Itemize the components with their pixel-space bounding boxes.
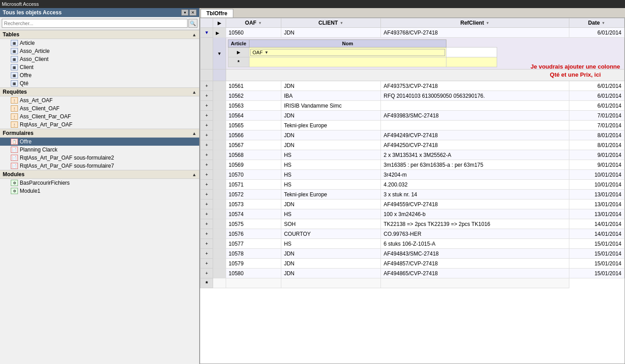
query-icon: ⋮ <box>11 97 18 104</box>
new-record-cell[interactable] <box>381 278 569 288</box>
table-row[interactable]: +10564JDNAF493983/SMC-274187/01/2014 <box>201 111 625 121</box>
table-row[interactable]: +10579JDNAF494857/CVP-2741815/01/2014 <box>201 259 625 269</box>
subform-table: ArticleNom▶OAF▼* <box>228 39 497 67</box>
refclient-sort-icon: ▼ <box>486 21 490 25</box>
query-item-rqt-ass-art-par-oaf[interactable]: ⋮ RqtAss_Art_Par_OAF <box>0 121 199 129</box>
form-item-subform7[interactable]: 📄 RqtAss_Art_Par_OAF sous-formulaire7 <box>0 162 199 170</box>
oaf-label: OAF <box>253 50 263 55</box>
subform-spacer <box>201 69 625 81</box>
table-item-asso-article[interactable]: ▦ Asso_Article <box>0 47 199 55</box>
table-row[interactable]: +10577HS6 stuks 106-Z-1015-A15/01/2014 <box>201 239 625 249</box>
table-row[interactable]: +10561JDNAF493753/CVP-274186/01/2014 <box>201 81 625 91</box>
row-expand-btn[interactable]: + <box>201 121 213 130</box>
row-expand-btn[interactable]: + <box>201 140 213 150</box>
cell-client: Tekni-plex Europe <box>281 121 380 130</box>
row-expand-btn[interactable]: + <box>201 259 213 269</box>
new-nom-cell[interactable] <box>446 57 497 67</box>
table-row[interactable]: +10567JDNAF494250/CVP-274188/01/2014 <box>201 140 625 150</box>
cell-refclient: 4.200.032 <box>381 180 569 190</box>
subform-oaf-cell[interactable]: OAF▼ <box>249 48 446 57</box>
table-row[interactable]: +10569HS3m16385 : per 63m16385-a : per 6… <box>201 160 625 170</box>
cell-client: HS <box>281 170 380 180</box>
table-item-qte[interactable]: ▦ Qté <box>0 79 199 87</box>
new-record-cell[interactable] <box>226 278 281 288</box>
row-expand-btn[interactable]: + <box>201 269 213 278</box>
row-expand-btn[interactable]: + <box>201 81 213 91</box>
table-row[interactable]: ▼▶10560JDNAF493768/CVP-274186/01/2014 <box>201 28 625 38</box>
section-modules[interactable]: Modules ▲ <box>0 170 199 179</box>
row-expand-btn[interactable]: + <box>201 130 213 140</box>
table-row[interactable]: +10572Tekni-plex Europe3 x stuk nr. 1413… <box>201 190 625 199</box>
table-row[interactable]: +10571HS4.200.03210/01/2014 <box>201 180 625 190</box>
form-item-planning-clarck[interactable]: 📄 Planning Clarck <box>0 146 199 154</box>
row-expand-btn[interactable]: + <box>201 219 213 229</box>
table-item-article[interactable]: ▦ Article <box>0 39 199 47</box>
cell-date: 10/01/2014 <box>569 180 624 190</box>
close-panel-btn[interactable]: ✕ <box>189 9 197 16</box>
row-selector <box>213 121 226 130</box>
row-selector <box>213 199 226 209</box>
table-row[interactable]: +10563IRISIB Vandamme Simc6/01/2014 <box>201 101 625 111</box>
row-expand-btn[interactable]: + <box>201 111 213 121</box>
row-expand-btn[interactable]: + <box>201 180 213 190</box>
cell-client: IRISIB Vandamme Simc <box>281 101 380 111</box>
row-expand-btn[interactable]: + <box>201 229 213 239</box>
section-tables[interactable]: Tables ▲ <box>0 30 199 39</box>
row-expand-btn[interactable]: + <box>201 239 213 249</box>
cell-client: HS <box>281 160 380 170</box>
query-item-ass-client-par-oaf[interactable]: ⋮ Ass_Client_Par_OAF <box>0 113 199 121</box>
table-row[interactable]: +10576COURTOYCO.99763-HER14/01/2014 <box>201 229 625 239</box>
collapse-btn[interactable]: ▾ <box>181 9 188 16</box>
table-row[interactable]: +10562IBARFQ 20140103 6130059050 0563290… <box>201 91 625 101</box>
new-record-cell[interactable] <box>213 278 226 288</box>
col-date-header[interactable]: Date ▼ <box>569 18 624 28</box>
table-row[interactable]: +10565Tekni-plex Europe7/01/2014 <box>201 121 625 130</box>
row-expand-btn[interactable]: + <box>201 91 213 101</box>
cell-date: 15/01/2014 <box>569 259 624 269</box>
col-oaf-header[interactable]: OAF ▼ <box>226 18 281 28</box>
table-row[interactable]: +10574HS100 x 3m24246-b13/01/2014 <box>201 209 625 219</box>
new-record-cell[interactable] <box>281 278 380 288</box>
module-item-module1[interactable]: ⚙ Module1 <box>0 187 199 195</box>
section-requetes[interactable]: Requêtes ▲ <box>0 87 199 96</box>
row-expand-btn[interactable]: + <box>201 160 213 170</box>
query-item-ass-client-oaf[interactable]: ⋮ Ass_Client_OAF <box>0 104 199 113</box>
subrow-expand[interactable]: ▼ <box>213 38 226 69</box>
row-expand-btn[interactable]: + <box>201 249 213 259</box>
table-row[interactable]: +10566JDNAF494249/CVP-274188/01/2014 <box>201 130 625 140</box>
row-expand-btn[interactable]: + <box>201 209 213 219</box>
cell-refclient: CO.99763-HER <box>381 229 569 239</box>
module-item-bas-parcourir[interactable]: ⚙ BasParcourirFichiers <box>0 179 199 187</box>
tab-tbloffre[interactable]: TblOffre <box>201 9 233 17</box>
search-button[interactable]: 🔍 <box>188 19 197 28</box>
row-expand-btn[interactable]: + <box>201 150 213 160</box>
col-client-header[interactable]: CLIENT ▼ <box>281 18 380 28</box>
oaf-dropdown-arrow[interactable]: ▼ <box>264 50 268 55</box>
cell-refclient: 3 x stuk nr. 14 <box>381 190 569 199</box>
table-item-client[interactable]: ▦ Client <box>0 63 199 71</box>
table-item-offre[interactable]: ▦ Offre <box>0 71 199 79</box>
new-oaf-cell[interactable] <box>249 57 446 67</box>
cell-date: 15/01/2014 <box>569 239 624 249</box>
row-expand-btn[interactable]: + <box>201 199 213 209</box>
form-item-subform2[interactable]: 📄 RqtAss_Art_Par_OAF sous-formulaire2 <box>0 154 199 162</box>
table-item-asso-client[interactable]: ▦ Asso_Client <box>0 55 199 63</box>
row-expand-btn[interactable]: + <box>201 170 213 180</box>
row-expand-btn[interactable]: + <box>201 190 213 199</box>
table-row[interactable]: +10570HS3r4204-m10/01/2014 <box>201 170 625 180</box>
table-row[interactable]: +10580JDNAF494865/CVP-2741815/01/2014 <box>201 269 625 278</box>
table-row[interactable]: +10575SOHTK22138 => 2pcs TK22139 => 2pcs… <box>201 219 625 229</box>
table-row[interactable]: +10578JDNAF494843/SMC-2741815/01/2014 <box>201 249 625 259</box>
query-item-ass-art-oaf[interactable]: ⋮ Ass_Art_OAF <box>0 96 199 104</box>
row-expand-btn[interactable]: ▼ <box>201 28 213 38</box>
search-input[interactable] <box>2 19 188 28</box>
row-expand-btn[interactable]: + <box>201 101 213 111</box>
cell-refclient: 3r4204-m <box>381 170 569 180</box>
section-formulaires[interactable]: Formulaires ▲ <box>0 129 199 138</box>
col-refclient-header[interactable]: RefClient ▼ <box>381 18 569 28</box>
table-row[interactable]: +10568HS2 x 3M135341 x 3M25562-A9/01/201… <box>201 150 625 160</box>
datasheet-area[interactable]: Je voudrais ajouter une colonne Qté et u… <box>200 17 625 364</box>
cell-oaf: 10568 <box>226 150 281 160</box>
form-item-offre[interactable]: 📋 Offre <box>0 138 199 146</box>
table-row[interactable]: +10573JDNAF494559/CVP-2741813/01/2014 <box>201 199 625 209</box>
